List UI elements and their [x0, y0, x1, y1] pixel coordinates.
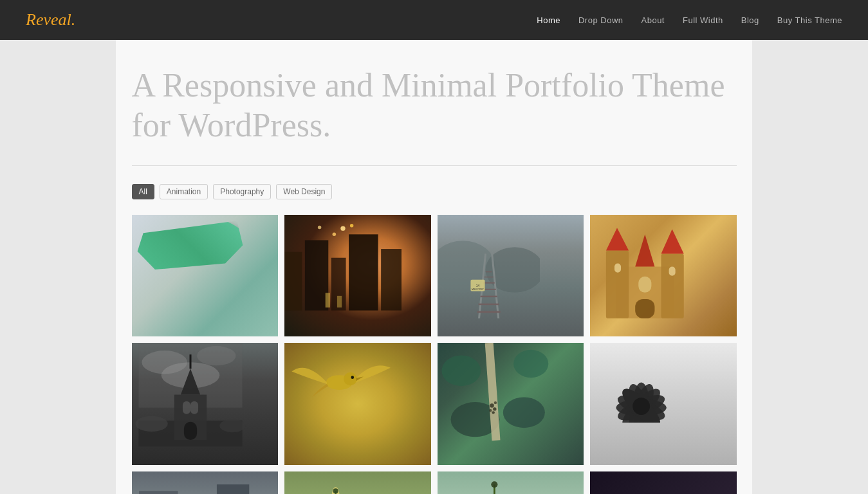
svg-point-107 — [491, 481, 497, 488]
svg-point-5 — [340, 226, 345, 230]
portfolio-item[interactable] — [590, 343, 737, 465]
svg-rect-31 — [614, 263, 621, 272]
site-logo[interactable]: Reveal. — [26, 10, 75, 30]
city-svg — [284, 215, 402, 313]
svg-point-55 — [490, 404, 494, 408]
svg-rect-70 — [139, 491, 178, 494]
svg-rect-3 — [349, 234, 378, 310]
helix-shape — [132, 215, 249, 276]
bird-svg — [284, 343, 394, 422]
svg-point-46 — [135, 416, 167, 432]
svg-point-58 — [494, 401, 496, 404]
svg-marker-30 — [635, 234, 654, 266]
portfolio-grid: 14 MILE POST — [132, 215, 737, 494]
svg-rect-4 — [381, 249, 402, 311]
dragonfly-svg — [284, 471, 387, 494]
building-svg — [132, 471, 256, 494]
svg-rect-32 — [669, 266, 676, 275]
portfolio-item[interactable] — [284, 471, 431, 494]
svg-rect-9 — [326, 293, 330, 307]
svg-point-59 — [489, 409, 492, 412]
svg-point-50 — [351, 376, 355, 380]
portfolio-item[interactable] — [590, 215, 737, 337]
nav-about[interactable]: About — [642, 15, 665, 25]
svg-marker-29 — [661, 229, 683, 253]
dragonfly2-svg — [438, 471, 548, 494]
portfolio-item[interactable] — [438, 471, 584, 494]
nav-blog[interactable]: Blog — [741, 15, 759, 25]
church-svg — [132, 343, 249, 446]
portfolio-item[interactable]: WorkoutMental ® — [590, 471, 737, 494]
main-nav: Home Drop Down About Full Width Blog Buy… — [537, 15, 842, 25]
lotus-svg — [590, 343, 692, 422]
castle-svg — [590, 215, 700, 318]
svg-point-96 — [333, 488, 338, 493]
svg-rect-26 — [606, 250, 629, 318]
filter-animation[interactable]: Animation — [160, 184, 208, 199]
portfolio-item[interactable] — [132, 343, 279, 465]
main-content: A Responsive and Minimal Portfolio Theme… — [0, 40, 868, 494]
hero-title: A Responsive and Minimal Portfolio Theme… — [132, 66, 737, 146]
svg-text:14: 14 — [476, 284, 479, 288]
svg-rect-44 — [190, 401, 198, 414]
portfolio-item[interactable]: 14 MILE POST — [438, 215, 584, 337]
nav-home[interactable]: Home — [537, 15, 560, 25]
logo-dot: . — [71, 10, 76, 29]
svg-point-37 — [197, 346, 235, 365]
svg-rect-10 — [337, 296, 342, 307]
svg-point-57 — [492, 412, 494, 414]
svg-rect-45 — [183, 422, 196, 440]
svg-rect-33 — [638, 276, 651, 292]
portfolio-item[interactable] — [132, 215, 279, 337]
logo-text: Reveal — [26, 10, 71, 29]
filter-all[interactable]: All — [132, 184, 154, 199]
svg-rect-72 — [216, 484, 248, 494]
hero-divider — [132, 165, 737, 166]
svg-point-51 — [441, 356, 481, 387]
filter-bar: All Animation Photography Web Design — [132, 184, 737, 199]
tracks-svg: 14 MILE POST — [438, 215, 540, 318]
svg-point-54 — [503, 398, 544, 428]
aerial-svg — [438, 343, 555, 441]
nav-fullwidth[interactable]: Full Width — [683, 15, 723, 25]
svg-rect-0 — [284, 252, 302, 310]
portfolio-item[interactable] — [284, 343, 431, 465]
svg-point-56 — [493, 408, 496, 411]
svg-rect-34 — [635, 299, 654, 318]
svg-point-6 — [333, 232, 336, 235]
portfolio-item[interactable] — [284, 215, 431, 337]
svg-marker-28 — [606, 228, 629, 250]
svg-point-7 — [350, 224, 353, 227]
svg-point-49 — [344, 372, 356, 385]
portfolio-item[interactable] — [438, 343, 584, 465]
filter-webdesign[interactable]: Web Design — [276, 184, 332, 199]
svg-rect-1 — [305, 240, 328, 310]
filter-photography[interactable]: Photography — [213, 184, 271, 199]
svg-point-8 — [318, 225, 321, 228]
site-header: Reveal. Home Drop Down About Full Width … — [0, 0, 868, 40]
left-sidebar — [0, 0, 116, 494]
svg-point-69 — [633, 398, 650, 415]
svg-point-47 — [219, 419, 245, 432]
svg-text:MILE POST: MILE POST — [472, 288, 485, 291]
right-sidebar — [752, 0, 868, 494]
svg-rect-27 — [661, 253, 683, 318]
nav-dropdown[interactable]: Drop Down — [578, 15, 623, 25]
nav-buytheme[interactable]: Buy This Theme — [777, 15, 842, 25]
portfolio-item[interactable] — [132, 471, 279, 494]
svg-point-52 — [513, 350, 548, 378]
svg-rect-43 — [182, 401, 190, 414]
